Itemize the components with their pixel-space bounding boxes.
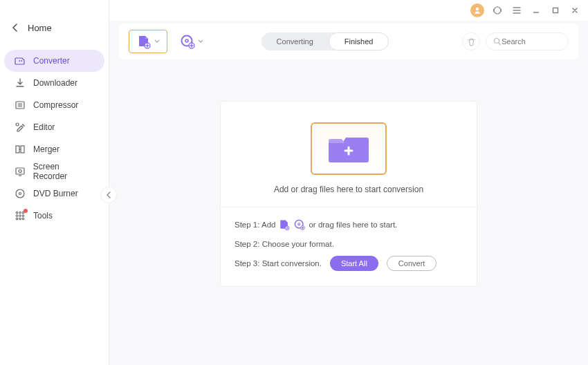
svg-point-16 [22, 218, 24, 220]
download-icon [14, 77, 26, 88]
step-2: Step 2: Choose your format. [235, 236, 463, 252]
svg-point-5 [19, 170, 21, 173]
window-minimize[interactable] [530, 4, 542, 17]
svg-point-26 [495, 39, 499, 44]
content-area: Add or drag files here to start conversi… [109, 59, 588, 365]
tab-finished[interactable]: Finished [329, 32, 389, 50]
add-file-icon-small [278, 218, 291, 231]
sidebar-item-tools[interactable]: Tools [4, 205, 104, 227]
tab-converting[interactable]: Converting [261, 32, 329, 50]
svg-point-15 [19, 218, 21, 220]
trash-icon [467, 37, 476, 46]
sidebar-item-label: Converter [33, 56, 70, 66]
svg-point-9 [19, 212, 21, 214]
sidebar-item-label: Tools [33, 211, 53, 221]
svg-point-8 [16, 212, 18, 214]
notification-dot [24, 209, 28, 213]
sidebar-item-compressor[interactable]: Compressor [4, 94, 104, 116]
home-nav[interactable]: Home [0, 11, 109, 44]
editor-icon [14, 122, 26, 133]
step2-text: Step 2: Choose your format. [235, 240, 334, 248]
add-disc-icon-small [293, 218, 306, 231]
drop-zone[interactable]: Add or drag files here to start conversi… [221, 102, 477, 207]
svg-point-29 [298, 223, 300, 225]
svg-rect-3 [21, 146, 24, 153]
svg-rect-2 [16, 146, 19, 153]
svg-point-12 [19, 215, 21, 217]
svg-point-18 [494, 7, 501, 14]
home-label: Home [28, 23, 52, 33]
svg-point-1 [16, 123, 19, 126]
chevron-down-icon [154, 39, 160, 44]
convert-button[interactable]: Convert [387, 256, 437, 271]
sidebar-item-editor[interactable]: Editor [4, 116, 104, 138]
converter-icon [14, 55, 26, 66]
sidebar: Home Converter Downloader Compressor Edi [0, 0, 109, 365]
add-disc-icon [180, 34, 195, 49]
folder-plus-icon [327, 132, 371, 165]
svg-rect-20 [501, 9, 502, 12]
start-all-button[interactable]: Start All [330, 256, 378, 271]
disc-icon [14, 188, 26, 199]
svg-rect-4 [16, 168, 24, 174]
search-input[interactable] [502, 37, 557, 46]
add-file-icon [136, 34, 151, 49]
search-icon [493, 37, 502, 46]
add-disc-button[interactable] [173, 30, 210, 53]
sidebar-item-label: Editor [33, 122, 55, 132]
svg-point-13 [22, 215, 24, 217]
back-icon [11, 24, 19, 32]
add-file-button[interactable] [129, 30, 167, 53]
sidebar-item-merger[interactable]: Merger [4, 138, 104, 160]
sidebar-item-label: Merger [33, 144, 59, 154]
chevron-left-icon [106, 191, 111, 198]
sidebar-item-downloader[interactable]: Downloader [4, 72, 104, 94]
merger-icon [14, 144, 26, 155]
sidebar-item-dvd-burner[interactable]: DVD Burner [4, 182, 104, 205]
sidebar-item-label: Downloader [33, 78, 77, 88]
steps-panel: Step 1: Add or drag files here to start.… [221, 207, 477, 286]
main-area: Converting Finished [109, 0, 588, 365]
titlebar [109, 0, 588, 21]
sidebar-item-label: DVD Burner [33, 189, 78, 198]
sidebar-item-label: Screen Recorder [33, 162, 95, 181]
menu-icon[interactable] [511, 4, 523, 17]
window-maximize[interactable] [549, 4, 562, 17]
drop-headline: Add or drag files here to start conversi… [274, 185, 423, 194]
svg-point-11 [16, 215, 18, 217]
svg-point-6 [16, 189, 24, 198]
step-3: Step 3: Start conversion. Start All Conv… [235, 256, 463, 271]
compress-icon [14, 100, 26, 111]
sidebar-collapse-handle[interactable] [100, 187, 117, 203]
sidebar-item-label: Compressor [33, 100, 78, 110]
svg-rect-21 [553, 8, 558, 13]
step3-text: Step 3: Start conversion. [235, 259, 322, 268]
step1-prefix: Step 1: Add [235, 221, 275, 229]
svg-rect-19 [493, 9, 495, 12]
step1-suffix: or drag files here to start. [309, 221, 397, 229]
status-tabs: Converting Finished [261, 32, 389, 50]
sidebar-item-screen-recorder[interactable]: Screen Recorder [4, 160, 104, 182]
recorder-icon [14, 166, 26, 177]
svg-point-17 [476, 8, 479, 10]
svg-point-14 [16, 218, 18, 220]
step-1: Step 1: Add or drag files here to start. [235, 217, 463, 232]
support-icon[interactable] [491, 4, 504, 17]
sidebar-item-converter[interactable]: Converter [4, 50, 104, 72]
svg-point-24 [185, 39, 188, 42]
window-close[interactable] [569, 4, 581, 17]
user-avatar[interactable] [470, 3, 484, 17]
toolbar: Converting Finished [119, 24, 578, 59]
tools-icon [14, 210, 26, 221]
drop-card: Add or drag files here to start conversi… [220, 101, 477, 287]
clear-button[interactable] [462, 32, 480, 50]
svg-point-7 [19, 193, 21, 195]
search-box[interactable] [486, 32, 569, 50]
add-folder-button[interactable] [311, 122, 387, 175]
chevron-down-icon [198, 39, 203, 44]
